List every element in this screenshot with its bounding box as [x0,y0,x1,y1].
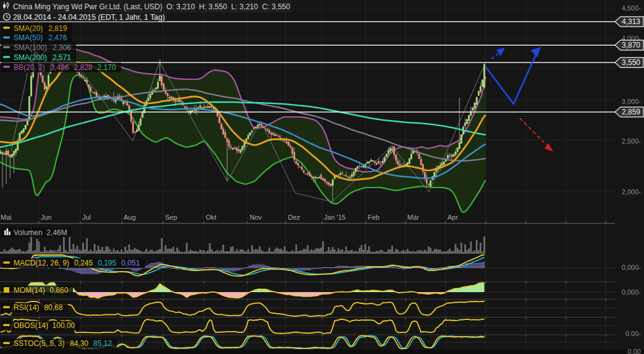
svg-text:Jul: Jul [82,214,91,221]
svg-text:100,00: 100,00 [53,321,75,330]
svg-text:2,170: 2,170 [98,63,116,72]
svg-text:2,571: 2,571 [53,53,71,62]
svg-text:SMA(200): SMA(200) [14,53,47,62]
svg-text:80,68: 80,68 [44,303,62,312]
svg-text:Nov: Nov [250,214,262,221]
svg-text:MOM(14): MOM(14) [14,286,45,295]
svg-text:Apr: Apr [447,214,458,221]
svg-text:SMA(20): SMA(20) [14,24,43,33]
svg-text:Okt: Okt [206,214,216,221]
svg-text:Volumen 2,46M: Volumen 2,46M [14,228,67,237]
svg-text:0.00: 0.00 [628,348,641,354]
svg-text:85,12: 85,12 [93,339,112,348]
svg-text:0,860: 0,860 [49,286,68,295]
svg-text:SMA(100): SMA(100) [14,43,47,52]
svg-text:2,500-: 2,500- [622,137,642,145]
svg-text:Jun: Jun [41,214,52,221]
svg-text:Feb: Feb [368,214,379,221]
svg-text:2,306: 2,306 [53,43,71,52]
svg-text:Sep: Sep [165,214,177,221]
svg-text:3,870: 3,870 [622,41,640,50]
svg-text:0,245: 0,245 [74,259,93,267]
svg-text:0,000-: 0,000- [622,264,642,271]
svg-text:OBOS(14): OBOS(14) [14,321,48,330]
svg-text:Mär: Mär [407,214,419,221]
svg-text:2,819: 2,819 [48,24,67,33]
svg-text:3,000-: 3,000- [622,98,642,105]
svg-text:4,500-: 4,500- [622,4,642,12]
svg-text:SMA(50): SMA(50) [14,33,43,42]
svg-text:RSI(14): RSI(14) [14,303,39,312]
svg-text:Mai: Mai [1,214,12,221]
svg-text:China Ming Yang Wd Pwr Gr.Ltd.: China Ming Yang Wd Pwr Gr.Ltd. (Last, US… [13,2,290,11]
svg-text:MACD(12, 26, 9): MACD(12, 26, 9) [14,259,69,267]
svg-text:0.00-: 0.00- [625,330,641,337]
svg-text:2,859: 2,859 [622,108,640,116]
svg-text:2,000-: 2,000- [622,188,642,196]
svg-text:28.04.2014 - 24.04.2015 (EDT,: 28.04.2014 - 24.04.2015 (EDT, 1 Jahr, 1 … [13,13,165,22]
svg-text:4,313: 4,313 [622,17,640,26]
svg-text:2,476: 2,476 [48,33,67,42]
svg-text:2,828: 2,828 [74,63,93,72]
svg-text:Dez: Dez [288,214,300,221]
svg-text:SSTOC(5, 5, 3): SSTOC(5, 5, 3) [14,339,64,348]
svg-text:Aug: Aug [124,214,136,221]
svg-text:0,195: 0,195 [98,259,116,267]
svg-text:0,000-: 0,000- [622,288,642,296]
svg-text:BB(20, 2): BB(20, 2) [14,63,45,72]
svg-text:84,30: 84,30 [70,339,88,348]
svg-text:0,051: 0,051 [121,259,140,267]
svg-text:3,486: 3,486 [50,63,69,72]
svg-text:3,550: 3,550 [622,58,640,67]
svg-text:Jan '15: Jan '15 [324,214,345,221]
